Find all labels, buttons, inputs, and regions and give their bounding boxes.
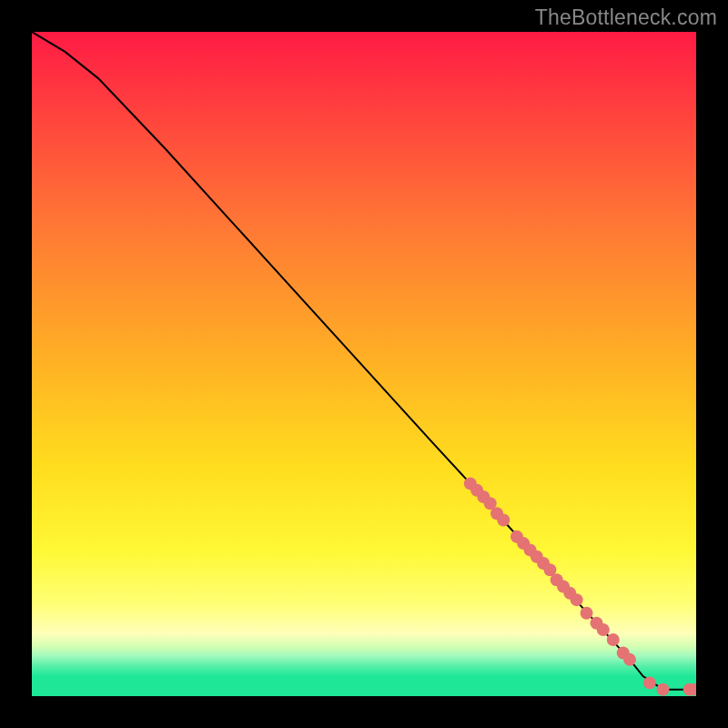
- plot-area: [32, 32, 696, 696]
- curve-layer: [32, 32, 696, 696]
- data-marker: [497, 514, 510, 527]
- data-marker: [597, 623, 610, 636]
- bottleneck-curve: [32, 32, 696, 690]
- data-marker: [623, 653, 636, 666]
- data-marker: [607, 633, 620, 646]
- data-markers: [464, 477, 696, 695]
- chart-frame: TheBottleneck.com: [0, 0, 728, 728]
- data-marker: [643, 676, 656, 689]
- data-marker: [571, 593, 583, 606]
- data-marker: [581, 607, 593, 620]
- data-marker: [657, 683, 670, 696]
- watermark-text: TheBottleneck.com: [535, 5, 717, 30]
